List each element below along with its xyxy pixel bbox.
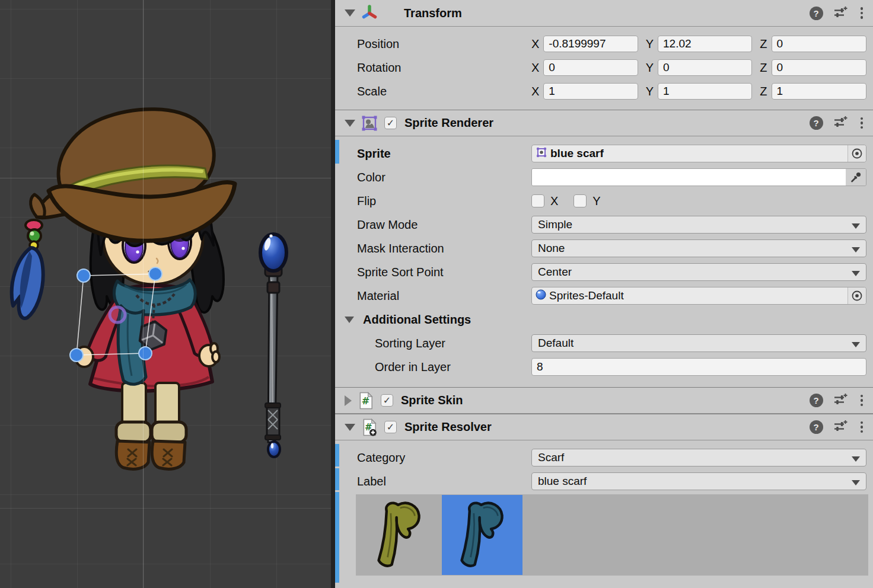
foldout-icon[interactable] (345, 120, 355, 127)
sprite-mini-icon (535, 146, 548, 162)
component-enabled-checkbox[interactable]: ✓ (384, 421, 397, 433)
flip-y-label: Y (592, 194, 600, 208)
scale-z-field[interactable]: 1 (772, 83, 866, 100)
help-icon[interactable]: ? (810, 7, 823, 20)
transform-header[interactable]: Transform ? (335, 0, 873, 27)
rotation-x-field[interactable]: 0 (543, 59, 638, 76)
foldout-icon[interactable] (345, 317, 354, 323)
sprite-pivot-circle[interactable] (110, 307, 125, 322)
panel-divider[interactable] (331, 0, 335, 588)
axis-z-label: Z (760, 37, 767, 51)
flip-label: Flip (335, 194, 531, 208)
foldout-icon[interactable] (345, 395, 352, 406)
sprite-renderer-header[interactable]: ✓ Sprite Renderer ? (335, 110, 873, 136)
context-menu-icon[interactable] (858, 116, 866, 130)
label-dropdown[interactable]: blue scarf (531, 472, 866, 490)
sprite-object-field[interactable]: blue scarf (531, 145, 866, 162)
rotation-y-field[interactable]: 0 (658, 59, 752, 76)
sprite-sort-point-dropdown[interactable]: Center (531, 263, 866, 281)
hat-beads (26, 220, 42, 250)
selection-handle[interactable] (149, 267, 162, 280)
transform-icon (361, 4, 378, 22)
character-hat (31, 109, 235, 241)
flip-row: Flip X Y (335, 189, 873, 213)
override-bar-sprite (335, 140, 339, 164)
component-title: Transform (404, 7, 462, 20)
override-bar-label (335, 468, 339, 490)
scale-row: Scale X1 Y1 Z1 (335, 79, 873, 103)
eyedropper-icon[interactable] (846, 169, 866, 186)
selection-handle[interactable] (77, 269, 90, 282)
transform-body: Position X-0.8199997 Y12.02 Z0 Rotation … (335, 27, 873, 110)
context-menu-icon[interactable] (858, 6, 866, 20)
category-label: Category (335, 451, 531, 465)
rotation-z-field[interactable]: 0 (772, 59, 866, 76)
character-sprite (12, 109, 286, 469)
thumbnail-green-scarf[interactable] (365, 495, 434, 575)
presets-icon[interactable] (833, 418, 848, 436)
scale-x-field[interactable]: 1 (543, 83, 638, 100)
color-swatch[interactable] (532, 169, 846, 186)
inspector-panel: Transform ? Position X-0.8199997 Y12.02 (335, 0, 873, 588)
draw-mode-label: Draw Mode (335, 218, 531, 232)
sprite-skin-header[interactable]: # ✓ Sprite Skin ? (335, 387, 873, 414)
help-icon[interactable]: ? (810, 420, 823, 434)
component-enabled-checkbox[interactable]: ✓ (381, 394, 393, 407)
help-icon[interactable]: ? (810, 116, 823, 130)
position-row: Position X-0.8199997 Y12.02 Z0 (335, 32, 873, 56)
draw-mode-value: Simple (538, 218, 572, 231)
sprite-value: blue scarf (550, 147, 604, 160)
position-label: Position (335, 37, 531, 51)
mask-interaction-label: Mask Interaction (335, 242, 531, 255)
draw-mode-row: Draw Mode Simple (335, 213, 873, 237)
label-value: blue scarf (538, 475, 587, 488)
context-menu-icon[interactable] (858, 420, 866, 434)
draw-mode-dropdown[interactable]: Simple (531, 216, 866, 234)
material-object-field[interactable]: Sprites-Default (531, 287, 866, 305)
component-enabled-checkbox[interactable]: ✓ (384, 117, 397, 129)
order-in-layer-field[interactable]: 8 (531, 358, 866, 376)
scene-view[interactable] (0, 0, 331, 588)
mask-interaction-dropdown[interactable]: None (531, 239, 866, 257)
component-title: Sprite Skin (401, 394, 463, 407)
category-dropdown[interactable]: Scarf (531, 449, 866, 466)
character-boot-cuffs (116, 422, 186, 442)
additional-settings-row[interactable]: Additional Settings (335, 308, 873, 331)
selection-handle[interactable] (70, 349, 83, 362)
sprite-label: Sprite (335, 147, 531, 161)
flip-x-checkbox[interactable] (531, 194, 544, 207)
hat-feather (12, 248, 43, 318)
foldout-icon[interactable] (345, 9, 355, 17)
sorting-layer-dropdown[interactable]: Default (531, 334, 866, 352)
selection-handle[interactable] (139, 347, 152, 360)
context-menu-icon[interactable] (858, 394, 866, 408)
additional-settings-label: Additional Settings (363, 313, 471, 327)
scale-y-field[interactable]: 1 (658, 83, 752, 100)
help-icon[interactable]: ? (810, 394, 823, 407)
sprite-sort-point-row: Sprite Sort Point Center (335, 260, 873, 284)
sprite-resolver-body: Category Scarf Label blue scarf (335, 440, 873, 582)
axis-y-label: Y (646, 61, 654, 75)
object-picker-icon[interactable] (847, 287, 866, 304)
sprite-skin-component: # ✓ Sprite Skin ? (335, 387, 873, 414)
material-label: Material (335, 289, 531, 303)
sprite-renderer-icon (361, 114, 378, 132)
material-value: Sprites-Default (549, 289, 624, 302)
position-z-field[interactable]: 0 (772, 36, 866, 52)
sprite-variant-strip (356, 494, 868, 576)
presets-icon[interactable] (833, 5, 848, 22)
thumbnail-blue-scarf-selected[interactable] (442, 495, 522, 575)
chevron-down-icon (852, 271, 860, 276)
presets-icon[interactable] (833, 392, 848, 409)
svg-text:#: # (362, 395, 369, 407)
axis-x-label: X (531, 85, 539, 98)
position-y-field[interactable]: 12.02 (658, 36, 752, 52)
color-field[interactable] (531, 168, 866, 186)
axis-z-label: Z (760, 61, 767, 75)
flip-y-checkbox[interactable] (573, 194, 587, 207)
object-picker-icon[interactable] (847, 145, 866, 162)
presets-icon[interactable] (833, 114, 848, 132)
foldout-icon[interactable] (345, 424, 355, 431)
position-x-field[interactable]: -0.8199997 (543, 36, 638, 52)
sprite-resolver-header[interactable]: # ✓ Sprite Resolver ? (335, 414, 873, 440)
